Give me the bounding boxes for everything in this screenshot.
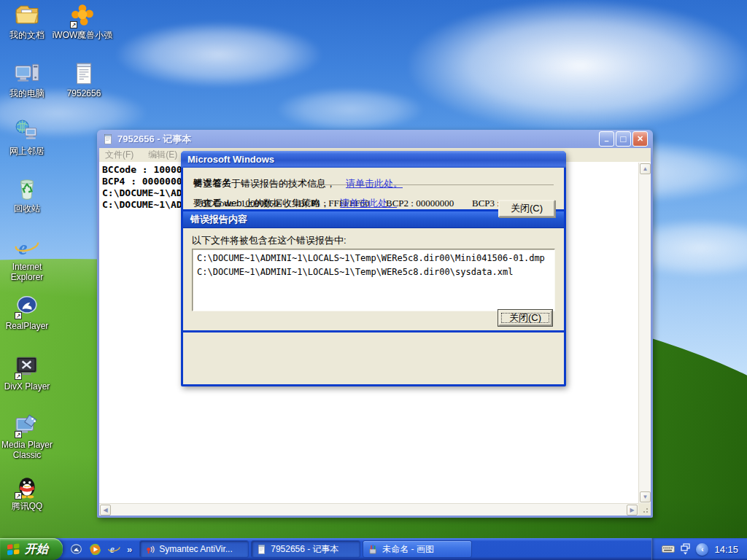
system-tray: 14:15: [651, 538, 747, 560]
desktop-icon-label: 腾讯QQ: [0, 501, 58, 511]
file-path: C:\DOCUME~1\ADMINI~1\LOCALS~1\Temp\WERe5…: [197, 252, 550, 265]
menu-file[interactable]: 文件(F): [105, 149, 133, 161]
scroll-right-icon[interactable]: ▶: [627, 505, 638, 516]
paint-icon: [368, 544, 379, 555]
shortcut-arrow-icon: [15, 492, 22, 499]
network-places-icon: [14, 119, 40, 145]
web-policy-text: 要查看 web 上的数据收集策略，: [193, 197, 330, 210]
svg-text:e: e: [18, 236, 27, 259]
taskbar-clock: 14:15: [714, 544, 738, 555]
menu-edit[interactable]: 编辑(E): [148, 149, 177, 161]
notepad-task-icon: [256, 544, 267, 555]
cloud: [277, 88, 423, 131]
horizontal-scrollbar[interactable]: ◀ ▶: [99, 503, 638, 516]
realplayer-icon: [14, 294, 40, 320]
recycle-bin-icon: [14, 176, 40, 203]
desktop-icon-iwow[interactable]: iWOW魔兽小强: [52, 3, 113, 40]
quicklaunch-media-player-icon[interactable]: [89, 543, 101, 556]
scroll-left-icon[interactable]: ◀: [100, 505, 111, 516]
quicklaunch-internet-explorer-icon[interactable]: e: [108, 543, 120, 556]
dialog-title: Microsoft Windows: [187, 154, 274, 165]
files-included-label: 以下文件将被包含在这个错误报告中:: [192, 234, 555, 247]
notepad-title-icon: [102, 133, 114, 145]
taskbar-item-label: 未命名 - 画图: [382, 543, 434, 556]
error-report-dialog: Microsoft Windows 错误签名 BCCode : 10000050…: [181, 151, 566, 386]
desktop-icon-divx-player[interactable]: DivX Player: [0, 354, 58, 392]
taskbar-item-label: Symantec AntiVir...: [159, 544, 233, 554]
desktop-icon-label: 7952656: [53, 88, 115, 98]
files-listbox[interactable]: C:\DOCUME~1\ADMINI~1\LOCALS~1\Temp\WERe5…: [192, 249, 555, 311]
start-button-label: 开始: [25, 542, 48, 557]
notepad-file-icon: [71, 61, 97, 88]
scroll-up-icon[interactable]: ▲: [640, 163, 651, 174]
shortcut-arrow-icon: [15, 373, 22, 380]
taskbar: 开始 e » Symantec AntiVir... 7952656 - 记事本…: [0, 538, 747, 560]
resize-grip[interactable]: [638, 503, 651, 516]
notepad-window-title: 7952656 - 记事本: [117, 133, 599, 146]
quicklaunch-realplayer-icon[interactable]: [70, 543, 82, 556]
desktop-icon-tencent-qq[interactable]: 腾讯QQ: [0, 474, 58, 511]
symantec-icon: [144, 544, 155, 555]
desktop-icon-media-player-classic[interactable]: Media Player Classic: [0, 413, 58, 460]
windows-flag-icon: [7, 542, 20, 556]
dialog-body: 错误签名 BCCode : 10000050 BCP1 : FFFFFF60 B…: [183, 168, 564, 384]
internet-explorer-icon: e: [14, 235, 40, 261]
start-button[interactable]: 开始: [0, 538, 63, 560]
tech-info-link[interactable]: 请单击此处。: [346, 177, 403, 190]
taskbar-item-symantec[interactable]: Symantec AntiVir...: [139, 540, 249, 558]
desktop-icon-internet-explorer[interactable]: e Internet Explorer: [0, 235, 58, 282]
maximize-button[interactable]: [616, 131, 631, 147]
desktop-icon-label: DivX Player: [0, 381, 58, 392]
taskbar-item-notepad[interactable]: 7952656 - 记事本: [251, 540, 360, 558]
dialog-titlebar[interactable]: Microsoft Windows: [181, 151, 566, 168]
hide-tray-icons-chevron[interactable]: [696, 543, 708, 556]
desktop-icon-my-computer[interactable]: 我的电脑: [0, 61, 58, 98]
cloud: [117, 22, 321, 88]
divx-player-icon: [14, 354, 40, 381]
error-report-contents-panel: 错误报告内容 以下文件将被包含在这个错误报告中: C:\DOCUME~1\ADM…: [183, 209, 564, 332]
desktop-icon-label: 网上邻居: [0, 146, 58, 156]
vertical-scrollbar[interactable]: ▲ ▼: [638, 163, 651, 503]
taskbar-item-label: 7952656 - 记事本: [271, 543, 338, 556]
my-computer-icon: [14, 61, 40, 88]
desktop-icon-recycle-bin[interactable]: 回收站: [0, 176, 58, 214]
taskbar-tasks: Symantec AntiVir... 7952656 - 记事本 未命名 - …: [139, 538, 472, 560]
web-policy-link[interactable]: 请单击此处。: [340, 197, 397, 210]
bcp2-value: BCP2 : 00000000: [386, 198, 472, 209]
quick-launch-overflow-chevron[interactable]: »: [127, 544, 132, 555]
language-bar-tray-icon[interactable]: [681, 543, 690, 555]
close-panel-button[interactable]: 关闭(C): [498, 310, 552, 326]
quick-launch-bar: e »: [69, 538, 139, 560]
minimize-button[interactable]: [599, 131, 614, 147]
desktop-icon-file-7952656[interactable]: 7952656: [53, 61, 115, 98]
desktop-icon-realplayer[interactable]: RealPlayer: [0, 294, 58, 331]
desktop-icon-label: 我的电脑: [0, 88, 58, 98]
close-button[interactable]: [632, 131, 648, 147]
desktop-icon-my-documents[interactable]: 我的文档: [0, 3, 58, 40]
file-path: C:\DOCUME~1\ADMINI~1\LOCALS~1\Temp\WERe5…: [197, 265, 550, 279]
svg-text:e: e: [110, 544, 115, 555]
close-dialog-button[interactable]: 关闭(C): [498, 200, 555, 217]
my-documents-icon: [14, 3, 40, 29]
desktop-icon-label: iWOW魔兽小强: [52, 30, 113, 40]
iwow-icon: [69, 3, 96, 29]
tech-info-text: 要查看关于错误报告的技术信息，: [193, 177, 336, 190]
desktop-icon-label: 回收站: [0, 203, 58, 214]
desktop-icon-network-places[interactable]: 网上邻居: [0, 119, 58, 156]
shortcut-arrow-icon: [70, 21, 77, 28]
notepad-titlebar[interactable]: 7952656 - 记事本: [99, 130, 651, 148]
media-player-classic-icon: [14, 413, 40, 439]
desktop-icon-label: 我的文档: [0, 30, 58, 40]
shortcut-arrow-icon: [15, 312, 22, 319]
shortcut-arrow-icon: [15, 431, 22, 438]
cloud: [409, 0, 747, 131]
qq-penguin-icon: [14, 474, 40, 500]
desktop-icon-label: RealPlayer: [0, 321, 58, 331]
desktop-icon-label: Internet Explorer: [0, 262, 58, 282]
keyboard-tray-icon[interactable]: [662, 544, 675, 554]
taskbar-item-paint[interactable]: 未命名 - 画图: [363, 540, 472, 558]
scroll-down-icon[interactable]: ▼: [640, 491, 651, 502]
desktop-icon-label: Media Player Classic: [0, 440, 58, 460]
